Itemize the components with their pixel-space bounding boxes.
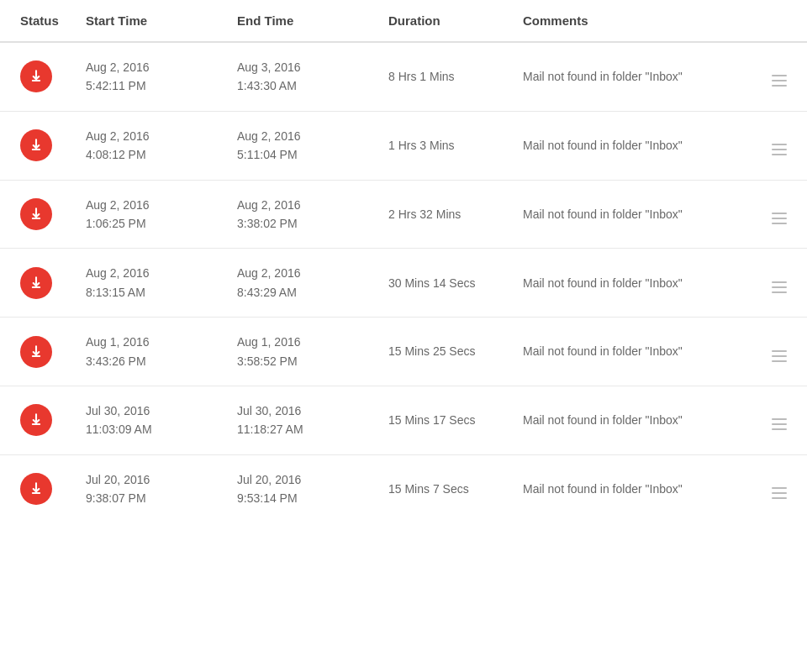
- menu-line-1: [772, 281, 787, 283]
- table-row: Jul 20, 2016 9:38:07 PMJul 20, 2016 9:53…: [0, 454, 807, 522]
- end-time-cell: Aug 2, 2016 8:43:29 AM: [227, 249, 378, 318]
- col-header-status: Status: [0, 0, 76, 42]
- end-time-cell: Jul 30, 2016 11:18:27 AM: [227, 386, 378, 454]
- menu-line-1: [772, 350, 787, 352]
- duration-cell: 2 Hrs 32 Mins: [378, 180, 513, 249]
- status-icon: [20, 60, 52, 92]
- menu-line-1: [772, 213, 787, 214]
- row-menu-button[interactable]: [768, 140, 790, 159]
- status-icon: [20, 404, 52, 436]
- menu-line-3: [772, 154, 787, 155]
- comment-cell: Mail not found in folder "Inbox": [513, 249, 758, 318]
- menu-line-3: [772, 291, 787, 293]
- status-icon: [20, 473, 52, 505]
- duration-cell: 15 Mins 17 Secs: [378, 386, 513, 454]
- start-time-cell: Aug 2, 2016 4:08:12 PM: [76, 111, 227, 180]
- action-cell[interactable]: [758, 180, 807, 249]
- end-time-cell: Aug 2, 2016 3:38:02 PM: [227, 180, 378, 249]
- start-time-cell: Aug 2, 2016 8:13:15 AM: [76, 249, 227, 318]
- start-time-cell: Jul 20, 2016 9:38:07 PM: [76, 454, 227, 522]
- start-time-cell: Aug 1, 2016 3:43:26 PM: [76, 318, 227, 386]
- menu-line-2: [772, 355, 787, 357]
- status-cell: [0, 249, 76, 318]
- table-row: Aug 2, 2016 4:08:12 PMAug 2, 2016 5:11:0…: [0, 111, 807, 180]
- menu-line-1: [772, 487, 787, 489]
- menu-line-3: [772, 428, 787, 430]
- menu-line-3: [772, 223, 787, 224]
- down-arrow-icon: [28, 275, 45, 291]
- row-menu-button[interactable]: [768, 71, 790, 90]
- end-time-cell: Aug 3, 2016 1:43:30 AM: [227, 42, 378, 111]
- down-arrow-icon: [28, 480, 45, 497]
- table-row: Aug 1, 2016 3:43:26 PMAug 1, 2016 3:58:5…: [0, 318, 807, 386]
- menu-line-1: [772, 144, 787, 145]
- start-time-cell: Aug 2, 2016 5:42:11 PM: [76, 42, 227, 111]
- down-arrow-icon: [28, 206, 45, 223]
- action-cell[interactable]: [758, 318, 807, 386]
- start-time-cell: Aug 2, 2016 1:06:25 PM: [76, 180, 227, 249]
- comment-cell: Mail not found in folder "Inbox": [513, 454, 758, 522]
- log-table: Status Start Time End Time Duration Comm…: [0, 0, 807, 522]
- status-icon: [20, 336, 52, 368]
- action-cell[interactable]: [758, 249, 807, 318]
- status-cell: [0, 386, 76, 454]
- down-arrow-icon: [28, 344, 45, 360]
- menu-line-3: [772, 497, 787, 499]
- down-arrow-icon: [28, 137, 45, 154]
- start-time-cell: Jul 30, 2016 11:03:09 AM: [76, 386, 227, 454]
- table-row: Jul 30, 2016 11:03:09 AMJul 30, 2016 11:…: [0, 386, 807, 454]
- table-header-row: Status Start Time End Time Duration Comm…: [0, 0, 807, 42]
- main-container: Status Start Time End Time Duration Comm…: [0, 0, 807, 672]
- status-icon: [20, 129, 52, 161]
- row-menu-button[interactable]: [768, 209, 790, 228]
- col-header-duration: Duration: [378, 0, 513, 42]
- action-cell[interactable]: [758, 454, 807, 522]
- duration-cell: 8 Hrs 1 Mins: [378, 42, 513, 111]
- menu-line-2: [772, 492, 787, 494]
- status-cell: [0, 42, 76, 111]
- down-arrow-icon: [28, 68, 45, 85]
- status-cell: [0, 111, 76, 180]
- menu-line-1: [772, 418, 787, 420]
- col-header-comments: Comments: [513, 0, 758, 42]
- end-time-cell: Jul 20, 2016 9:53:14 PM: [227, 454, 378, 522]
- menu-line-1: [772, 75, 787, 76]
- end-time-cell: Aug 1, 2016 3:58:52 PM: [227, 318, 378, 386]
- status-cell: [0, 318, 76, 386]
- end-time-cell: Aug 2, 2016 5:11:04 PM: [227, 111, 378, 180]
- action-cell[interactable]: [758, 111, 807, 180]
- menu-line-2: [772, 80, 787, 81]
- menu-line-2: [772, 149, 787, 150]
- duration-cell: 30 Mins 14 Secs: [378, 249, 513, 318]
- duration-cell: 1 Hrs 3 Mins: [378, 111, 513, 180]
- menu-line-3: [772, 360, 787, 362]
- comment-cell: Mail not found in folder "Inbox": [513, 386, 758, 454]
- duration-cell: 15 Mins 7 Secs: [378, 454, 513, 522]
- table-row: Aug 2, 2016 8:13:15 AMAug 2, 2016 8:43:2…: [0, 249, 807, 318]
- comment-cell: Mail not found in folder "Inbox": [513, 180, 758, 249]
- status-cell: [0, 180, 76, 249]
- action-cell[interactable]: [758, 386, 807, 454]
- duration-cell: 15 Mins 25 Secs: [378, 318, 513, 386]
- status-cell: [0, 454, 76, 522]
- comment-cell: Mail not found in folder "Inbox": [513, 111, 758, 180]
- menu-line-2: [772, 218, 787, 219]
- row-menu-button[interactable]: [768, 484, 790, 502]
- row-menu-button[interactable]: [768, 278, 790, 297]
- status-icon: [20, 198, 52, 230]
- col-header-start-time: Start Time: [76, 0, 227, 42]
- comment-cell: Mail not found in folder "Inbox": [513, 318, 758, 386]
- row-menu-button[interactable]: [768, 347, 790, 365]
- menu-line-2: [772, 423, 787, 425]
- comment-cell: Mail not found in folder "Inbox": [513, 42, 758, 111]
- col-header-end-time: End Time: [227, 0, 378, 42]
- col-header-actions: [758, 0, 807, 42]
- status-icon: [20, 267, 52, 299]
- table-row: Aug 2, 2016 5:42:11 PMAug 3, 2016 1:43:3…: [0, 42, 807, 111]
- menu-line-3: [772, 85, 787, 87]
- row-menu-button[interactable]: [768, 415, 790, 433]
- table-row: Aug 2, 2016 1:06:25 PMAug 2, 2016 3:38:0…: [0, 180, 807, 249]
- action-cell[interactable]: [758, 42, 807, 111]
- down-arrow-icon: [28, 412, 45, 428]
- menu-line-2: [772, 286, 787, 288]
